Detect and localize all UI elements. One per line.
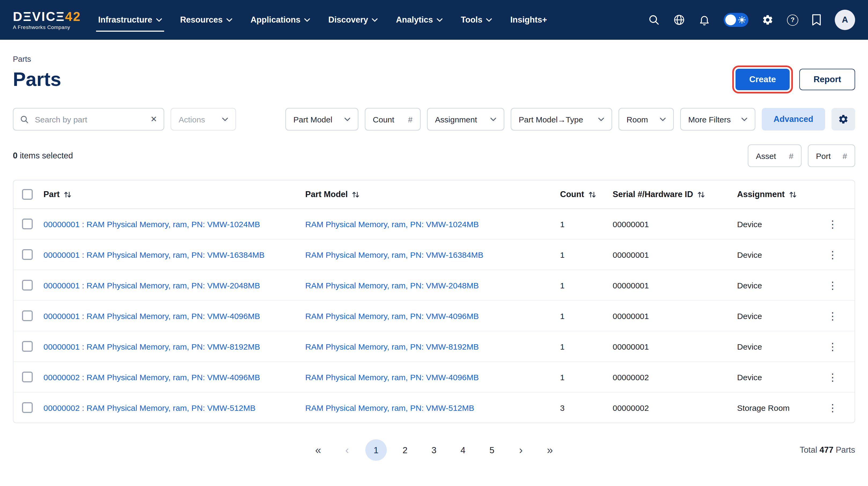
- settings-gear-icon[interactable]: [762, 14, 774, 26]
- column-header-count[interactable]: Count: [560, 190, 613, 199]
- row-checkbox[interactable]: [22, 219, 33, 229]
- count-cell: 1: [560, 250, 613, 259]
- column-label: Part Model: [305, 190, 348, 199]
- chevron-down-icon: [344, 117, 350, 121]
- last-page-button[interactable]: »: [539, 439, 561, 461]
- part-link[interactable]: 00000001 : RAM Physical Memory, ram, PN:…: [43, 250, 305, 259]
- nav-label: Infrastructure: [98, 15, 152, 25]
- page-title: Parts: [13, 68, 61, 91]
- nav-item-resources[interactable]: Resources: [180, 0, 232, 40]
- row-actions-kebab-icon[interactable]: ⋮: [828, 250, 838, 260]
- nav-label: Insights+: [510, 15, 547, 25]
- theme-toggle[interactable]: [724, 13, 748, 27]
- logo-tagline: A Freshworks Company: [13, 25, 81, 30]
- column-header-assignment[interactable]: Assignment: [737, 190, 811, 199]
- nav-item-discovery[interactable]: Discovery: [328, 0, 378, 40]
- part-model-link[interactable]: RAM Physical Memory, ram, PN: VMW-512MB: [305, 403, 560, 412]
- page-button-3[interactable]: 3: [423, 439, 445, 461]
- clear-search-icon[interactable]: ✕: [151, 114, 157, 124]
- row-actions-kebab-icon[interactable]: ⋮: [828, 341, 838, 351]
- help-icon[interactable]: ?: [787, 14, 798, 26]
- nav-item-applications[interactable]: Applications: [251, 0, 310, 40]
- row-checkbox[interactable]: [22, 372, 33, 382]
- chevron-down-icon: [490, 117, 496, 121]
- table-row: 00000001 : RAM Physical Memory, ram, PN:…: [13, 209, 855, 239]
- part-model-link[interactable]: RAM Physical Memory, ram, PN: VMW-4096MB: [305, 372, 560, 381]
- app-window: DΞVICΞ42 A Freshworks Company Infrastruc…: [0, 0, 868, 486]
- nav-item-analytics[interactable]: Analytics: [396, 0, 442, 40]
- part-model-link[interactable]: RAM Physical Memory, ram, PN: VMW-2048MB: [305, 281, 560, 290]
- part-link[interactable]: 00000002 : RAM Physical Memory, ram, PN:…: [43, 372, 305, 381]
- total-count: Total 477 Parts: [800, 445, 855, 455]
- breadcrumb[interactable]: Parts: [13, 55, 855, 63]
- part-link[interactable]: 00000002 : RAM Physical Memory, ram, PN:…: [43, 403, 305, 412]
- serial-cell: 00000001: [613, 219, 737, 229]
- part-model-link[interactable]: RAM Physical Memory, ram, PN: VMW-8192MB: [305, 342, 560, 351]
- nav-item-insights[interactable]: Insights+: [510, 0, 547, 40]
- assignment-cell: Device: [737, 250, 811, 259]
- count-cell: 1: [560, 342, 613, 351]
- logo[interactable]: DΞVICΞ42 A Freshworks Company: [13, 10, 81, 30]
- nav-item-infrastructure[interactable]: Infrastructure: [98, 0, 162, 40]
- notifications-bell-icon[interactable]: [699, 14, 710, 26]
- count-filter[interactable]: Count #: [365, 108, 421, 131]
- part-model-link[interactable]: RAM Physical Memory, ram, PN: VMW-1024MB: [305, 219, 560, 229]
- search-input[interactable]: [34, 114, 146, 124]
- search-icon[interactable]: [648, 14, 660, 26]
- hash-icon: #: [408, 115, 412, 124]
- part-link[interactable]: 00000001 : RAM Physical Memory, ram, PN:…: [43, 219, 305, 229]
- chevron-down-icon: [437, 18, 442, 22]
- search-icon: [20, 115, 29, 124]
- part-link[interactable]: 00000001 : RAM Physical Memory, ram, PN:…: [43, 342, 305, 351]
- part-model-link[interactable]: RAM Physical Memory, ram, PN: VMW-4096MB: [305, 311, 560, 320]
- part-model-filter-dropdown[interactable]: Part Model: [285, 108, 359, 131]
- column-label: Serial #/Hardware ID: [613, 190, 693, 199]
- advanced-button[interactable]: Advanced: [762, 108, 825, 131]
- select-all-checkbox[interactable]: [22, 189, 33, 200]
- nav-label: Discovery: [328, 15, 368, 25]
- user-avatar[interactable]: A: [835, 10, 855, 30]
- row-actions-kebab-icon[interactable]: ⋮: [828, 402, 838, 413]
- table-settings-gear-icon[interactable]: [832, 108, 855, 131]
- part-model-link[interactable]: RAM Physical Memory, ram, PN: VMW-16384M…: [305, 250, 560, 259]
- column-label: Count: [560, 190, 584, 199]
- row-checkbox[interactable]: [22, 280, 33, 290]
- asset-filter[interactable]: Asset #: [748, 144, 802, 167]
- page-button-2[interactable]: 2: [394, 439, 416, 461]
- nav-label: Tools: [461, 15, 482, 25]
- report-button[interactable]: Report: [800, 68, 855, 90]
- prev-page-button[interactable]: ‹: [336, 439, 358, 461]
- actions-dropdown[interactable]: Actions: [170, 108, 236, 131]
- page-button-1[interactable]: 1: [365, 439, 387, 461]
- next-page-button[interactable]: ›: [510, 439, 532, 461]
- row-checkbox[interactable]: [22, 310, 33, 321]
- row-actions-kebab-icon[interactable]: ⋮: [828, 311, 838, 321]
- globe-icon[interactable]: [673, 14, 685, 26]
- row-actions-kebab-icon[interactable]: ⋮: [828, 219, 838, 229]
- row-checkbox[interactable]: [22, 402, 33, 413]
- selection-label: items selected: [20, 151, 73, 160]
- more-filters-dropdown[interactable]: More Filters: [680, 108, 755, 131]
- row-checkbox[interactable]: [22, 341, 33, 352]
- page-button-4[interactable]: 4: [452, 439, 474, 461]
- first-page-button[interactable]: «: [307, 439, 329, 461]
- page-button-5[interactable]: 5: [481, 439, 503, 461]
- part-link[interactable]: 00000001 : RAM Physical Memory, ram, PN:…: [43, 281, 305, 290]
- row-checkbox[interactable]: [22, 249, 33, 260]
- assignment-cell: Device: [737, 342, 811, 351]
- row-actions-kebab-icon[interactable]: ⋮: [828, 372, 838, 382]
- room-filter-dropdown[interactable]: Room: [619, 108, 674, 131]
- nav-item-tools[interactable]: Tools: [461, 0, 492, 40]
- row-actions-kebab-icon[interactable]: ⋮: [828, 280, 838, 290]
- part-link[interactable]: 00000001 : RAM Physical Memory, ram, PN:…: [43, 311, 305, 320]
- assignment-filter-dropdown[interactable]: Assignment: [427, 108, 504, 131]
- search-box[interactable]: ✕: [13, 108, 164, 131]
- column-header-part[interactable]: Part: [43, 190, 305, 199]
- column-header-part-model[interactable]: Part Model: [305, 190, 560, 199]
- bookmark-icon[interactable]: [812, 14, 821, 26]
- create-button[interactable]: Create: [735, 68, 790, 90]
- chevron-down-icon: [486, 18, 492, 22]
- column-header-serial[interactable]: Serial #/Hardware ID: [613, 190, 737, 199]
- port-filter[interactable]: Port #: [808, 144, 855, 167]
- part-model-type-filter-dropdown[interactable]: Part Model→Type: [511, 108, 612, 131]
